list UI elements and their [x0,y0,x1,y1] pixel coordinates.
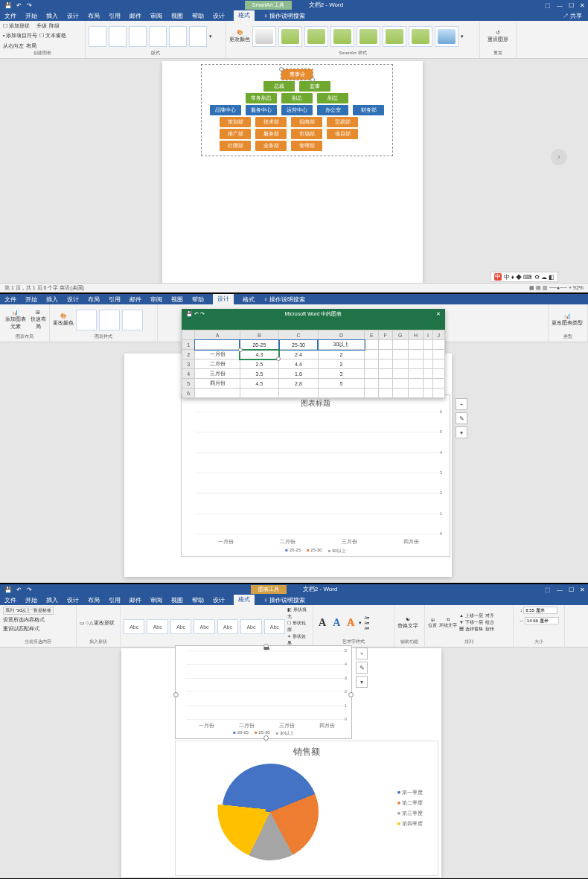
org-node[interactable]: 管理部 [291,141,322,151]
tab-insert[interactable]: 插入 [46,295,58,304]
chart-styles-button[interactable]: ✎ [456,412,467,424]
wordart-more-icon[interactable]: ▾ [359,620,362,626]
chart-style[interactable] [76,310,97,330]
org-node[interactable]: 副总 [281,93,313,103]
smartart-style[interactable] [383,26,406,47]
align-button[interactable]: 对齐 [485,613,494,619]
shape-style[interactable]: Abc [170,619,191,634]
maximize-icon[interactable]: ☐ [569,2,574,9]
excel-data-window[interactable]: 💾 ↶ ↷ Microsoft Word 中的图表 ✕ ABCDEFGHIJ12… [182,309,445,398]
wrap-text-button[interactable]: ⧉环绕文字 [439,617,457,629]
tab-view[interactable]: 视图 [171,596,183,604]
tab-help[interactable]: 帮助 [192,295,204,304]
org-node[interactable]: 副总 [317,93,348,103]
shape-fill-button[interactable]: ◧ 形状填充 [287,607,310,620]
chart-filters-button[interactable]: ▾ [356,676,368,688]
layout-option[interactable] [89,26,106,47]
pie-plot[interactable] [217,759,324,866]
demote-button[interactable]: 降级 [49,22,60,30]
org-node[interactable]: 业务部 [255,141,287,151]
smartart-style[interactable] [252,26,276,47]
ribbon-display-icon[interactable]: ⬚ [545,586,551,593]
add-chart-element-button[interactable]: 📊添加图表元素 [3,310,28,330]
change-colors-button[interactable]: 🎨更改颜色 [229,30,250,43]
view-icon[interactable]: ▦ ▤ ▥ [529,285,548,290]
tab-design[interactable]: 设计 [67,12,79,20]
tab-home[interactable]: 开始 [25,295,37,304]
shape-gallery-icon[interactable]: △ [89,620,93,626]
legend-item[interactable]: 第三季度 [397,810,423,817]
close-icon[interactable]: ✕ [580,2,585,9]
tab-references[interactable]: 引用 [109,596,121,604]
tab-file[interactable]: 文件 [4,12,16,20]
chart-style[interactable] [99,310,120,330]
org-node[interactable]: 项目部 [327,129,358,139]
group-button[interactable]: 组合 [485,619,494,626]
chart-object-bar[interactable]: 0123454.32.422.54.423.51.834.52.85 一月份二月… [175,645,352,739]
tab-mailings[interactable]: 邮件 [130,12,141,20]
text-pane-button[interactable]: ☐ 文本窗格 [39,32,66,39]
layout-option[interactable] [169,26,187,47]
text-outline-button[interactable]: A▾ [364,620,369,625]
add-bullet-button[interactable]: • 添加项目符号 [3,32,37,39]
chart-object-pie[interactable]: 销售额 第一季度 第二季度 第三季度 第四季度 [175,741,438,876]
tab-mailings[interactable]: 邮件 [130,295,141,304]
text-fill-button[interactable]: A▾ [364,615,369,620]
org-node[interactable]: 财务部 [353,105,384,115]
tab-layout[interactable]: 布局 [88,12,100,20]
tab-view[interactable]: 视图 [171,295,183,304]
layout-button[interactable]: 布局 [26,42,36,50]
org-node[interactable]: 办公室 [317,105,348,115]
smartart-style[interactable] [304,26,328,47]
chart-elements-button[interactable]: + [356,648,368,659]
smartart-style[interactable] [435,26,458,47]
rtl-button[interactable]: 从右向左 [3,42,24,50]
chart-style[interactable] [122,310,143,330]
tab-help[interactable]: 帮助 [192,12,204,20]
tab-references[interactable]: 引用 [109,295,121,304]
close-icon[interactable]: ✕ [436,311,441,317]
style-more-icon[interactable]: ▾ [461,33,464,39]
chart-elements-button[interactable]: + [456,398,467,410]
smartart-org-chart[interactable]: 董事会 总裁 监事 常务副总 副总 副总 品牌中心 服务中心 运营中心 办公室 … [201,64,393,156]
minimize-icon[interactable]: — [557,586,563,593]
tell-me[interactable]: ♀ 操作说明搜索 [263,12,305,20]
ribbon-display-icon[interactable]: ⬚ [545,2,551,9]
org-node[interactable]: 市场部 [291,129,322,139]
org-node[interactable]: 推广部 [220,129,251,139]
tab-home[interactable]: 开始 [25,12,37,20]
chart-styles-button[interactable]: ✎ [356,662,368,674]
tab-review[interactable]: 审阅 [150,596,162,604]
bring-forward-button[interactable]: ▲ 上移一层 [459,613,483,619]
change-colors-button[interactable]: 🎨更改颜色 [53,313,74,327]
change-shape-button[interactable]: 更改形状 [94,619,115,627]
shape-outline-button[interactable]: ☐ 形状轮廓 [287,620,310,633]
org-node[interactable]: 监事 [299,81,330,92]
tab-smartart-format[interactable]: 格式 [234,10,255,21]
org-node[interactable]: 社团部 [220,141,251,151]
chart-element-selector[interactable]: 系列 "30以上" 数据标签 [3,607,54,615]
tab-view[interactable]: 视图 [171,12,183,20]
legend-item[interactable]: 第二季度 [397,799,423,807]
tab-chart-format[interactable]: 格式 [243,295,255,304]
org-node[interactable]: 技术部 [255,117,287,127]
smartart-style[interactable] [278,26,302,47]
reset-match-style-button[interactable]: 重设以匹配样式 [3,625,39,633]
wordart-style[interactable]: A [345,617,357,629]
close-icon[interactable]: ✕ [580,586,585,593]
quick-layout-button[interactable]: ⊞快速布局 [30,310,46,330]
chart-plot-area[interactable]: 0123456 [195,412,442,534]
org-node[interactable]: 品牌中心 [210,105,241,115]
tell-me[interactable]: ♀ 操作说明搜索 [263,596,305,604]
tab-mailings[interactable]: 邮件 [130,596,141,604]
org-node-root[interactable]: 董事会 [281,69,313,80]
zoom-level[interactable]: 92% [573,285,584,290]
legend-item[interactable]: 30以上 [328,548,346,554]
alt-text-button[interactable]: ☯替换文字 [397,616,418,630]
tab-smartart-design[interactable]: 设计 [213,12,225,20]
legend-item[interactable]: 30以上 [276,730,294,737]
legend-item[interactable]: 25-30 [255,730,270,737]
org-node[interactable]: 策划部 [220,117,251,127]
send-backward-button[interactable]: ▼ 下移一层 [459,619,483,626]
org-node[interactable]: 服务部 [255,129,287,139]
